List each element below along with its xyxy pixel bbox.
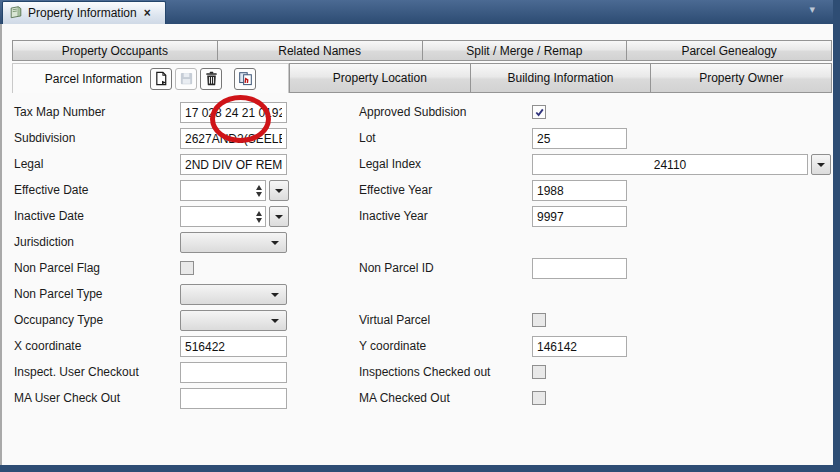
- tab-split-merge-remap[interactable]: Split / Merge / Remap: [423, 40, 628, 61]
- field-label: Legal Index: [359, 154, 421, 175]
- chevron-down-icon: [271, 293, 279, 297]
- field-effective-year: Effective Year: [2, 180, 835, 202]
- field-label: Inactive Year: [359, 206, 428, 227]
- non-parcel-type-dropdown[interactable]: [180, 284, 287, 305]
- field-non-parcel-id: Non Parcel ID: [2, 258, 835, 280]
- field-non-parcel-type: Non Parcel Type: [2, 284, 835, 306]
- tab-row-lower: Parcel Information: [12, 63, 832, 93]
- chevron-down-icon: [817, 163, 825, 167]
- property-information-panel: Property Occupants Related Names Split /…: [0, 24, 833, 465]
- field-label: MA Checked Out: [359, 388, 450, 409]
- inactive-year-input[interactable]: [532, 206, 627, 227]
- tab-property-occupants[interactable]: Property Occupants: [12, 40, 218, 61]
- ma-checked-out-checkbox[interactable]: [532, 391, 546, 405]
- effective-year-input[interactable]: [532, 180, 627, 201]
- field-jurisdiction: Jurisdiction: [2, 232, 835, 254]
- field-label: Virtual Parcel: [359, 310, 430, 331]
- field-lot: Lot: [2, 128, 835, 150]
- save-button[interactable]: [175, 68, 197, 90]
- virtual-parcel-checkbox[interactable]: [532, 313, 546, 327]
- jurisdiction-dropdown[interactable]: [180, 232, 287, 253]
- field-label: Non Parcel Type: [14, 284, 103, 305]
- field-y-coordinate: Y coordinate: [2, 336, 835, 358]
- tab-building-information[interactable]: Building Information: [471, 63, 652, 93]
- field-ma-checked-out: MA Checked Out: [2, 388, 835, 410]
- document-tab-title: Property Information: [28, 6, 137, 20]
- application-window: Property Information × ▾ Property Occupa…: [0, 0, 840, 472]
- legal-index-dropdown-button[interactable]: [811, 154, 831, 175]
- tab-property-owner[interactable]: Property Owner: [651, 63, 832, 93]
- tab-related-names[interactable]: Related Names: [218, 40, 423, 61]
- field-inactive-year: Inactive Year: [2, 206, 835, 228]
- document-tab-strip: Property Information × ▾: [0, 0, 833, 24]
- save-icon: [179, 71, 194, 86]
- delete-button[interactable]: [200, 68, 222, 90]
- field-legal-index: Legal Index: [2, 154, 835, 176]
- y-coordinate-input[interactable]: [532, 336, 627, 357]
- tab-property-location[interactable]: Property Location: [289, 63, 471, 93]
- tab-row-upper: Property Occupants Related Names Split /…: [12, 40, 832, 61]
- approved-subdivision-checkbox[interactable]: [532, 105, 546, 119]
- trash-icon: [204, 71, 219, 86]
- field-label: Lot: [359, 128, 376, 149]
- tab-parcel-genealogy[interactable]: Parcel Genealogy: [627, 40, 832, 61]
- inspections-checked-out-checkbox[interactable]: [532, 365, 546, 379]
- active-tab-label: Parcel Information: [45, 72, 142, 86]
- field-label: Jurisdiction: [14, 232, 74, 253]
- field-virtual-parcel: Virtual Parcel: [2, 310, 835, 332]
- chevron-down-icon: [271, 241, 279, 245]
- copy-button[interactable]: [234, 68, 256, 90]
- document-icon: [9, 5, 23, 22]
- field-label: Non Parcel ID: [359, 258, 434, 279]
- new-document-icon: [154, 71, 169, 86]
- field-label: Inspections Checked out: [359, 362, 490, 383]
- field-approved-subdivision: Approved Subdision: [2, 102, 835, 124]
- tab-parcel-information-active[interactable]: Parcel Information: [12, 63, 289, 93]
- copy-icon: [238, 71, 253, 86]
- field-label: Approved Subdision: [359, 102, 466, 123]
- field-label: Effective Year: [359, 180, 432, 201]
- document-tab-property-information[interactable]: Property Information ×: [2, 1, 166, 24]
- legal-index-combo[interactable]: [532, 154, 808, 175]
- close-tab-button[interactable]: ×: [144, 6, 151, 20]
- field-label: Y coordinate: [359, 336, 426, 357]
- lot-input[interactable]: [532, 128, 627, 149]
- new-record-button[interactable]: [150, 68, 172, 90]
- non-parcel-id-input[interactable]: [532, 258, 627, 279]
- chevron-down-icon[interactable]: ▾: [809, 3, 815, 16]
- field-inspections-checked-out: Inspections Checked out: [2, 362, 835, 384]
